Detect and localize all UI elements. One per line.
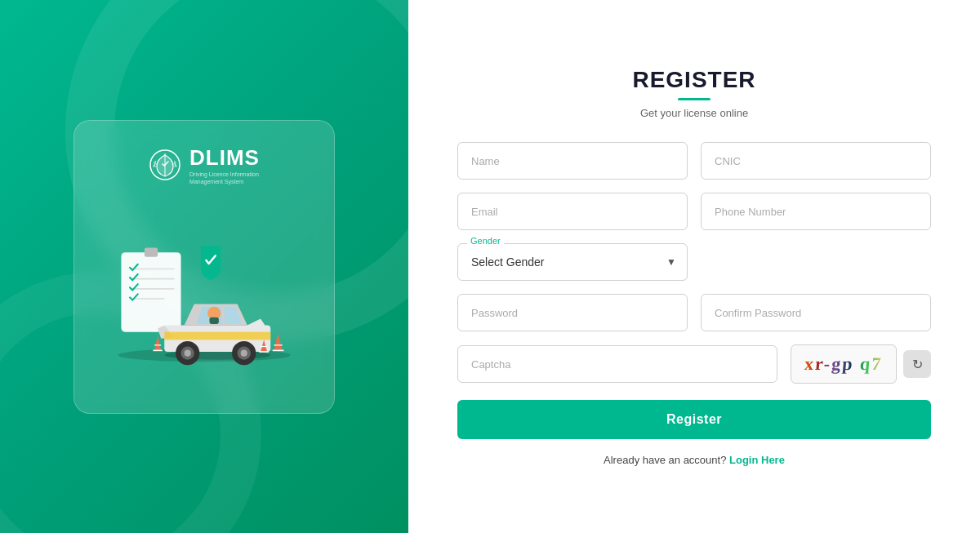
svg-point-16 bbox=[241, 349, 247, 356]
captcha-text: xr-gp q7 bbox=[804, 353, 884, 375]
name-group bbox=[457, 142, 688, 180]
email-input[interactable] bbox=[457, 193, 688, 230]
confirm-password-input[interactable] bbox=[701, 294, 931, 331]
login-link[interactable]: Login Here bbox=[729, 454, 785, 466]
logo-text: DLIMS Driving Licence Information Manage… bbox=[189, 145, 260, 185]
login-prompt-text: Already have an account? bbox=[604, 454, 726, 466]
form-row-2 bbox=[457, 193, 931, 230]
logo-area: DLIMS Driving Licence Information Manage… bbox=[149, 145, 260, 185]
right-panel: REGISTER Get your license online Gender bbox=[408, 0, 980, 533]
password-group bbox=[457, 294, 688, 331]
scene-svg bbox=[98, 209, 310, 389]
captcha-input[interactable] bbox=[457, 345, 777, 383]
email-group bbox=[457, 193, 688, 230]
logo-name: DLIMS bbox=[189, 145, 260, 171]
svg-rect-7 bbox=[145, 247, 158, 256]
svg-marker-22 bbox=[274, 333, 283, 350]
left-panel: DLIMS Driving Licence Information Manage… bbox=[0, 0, 408, 533]
brand-card: DLIMS Driving Licence Information Manage… bbox=[74, 120, 335, 414]
cnic-input[interactable] bbox=[701, 142, 931, 180]
subtitle: Get your license online bbox=[640, 107, 748, 119]
register-button[interactable]: Register bbox=[457, 400, 931, 439]
phone-group bbox=[701, 193, 931, 230]
page-title: REGISTER bbox=[632, 67, 755, 93]
refresh-captcha-button[interactable]: ↻ bbox=[903, 350, 931, 378]
captcha-box: xr-gp q7 bbox=[791, 344, 897, 384]
form-row-3 bbox=[457, 294, 931, 331]
password-input[interactable] bbox=[457, 294, 688, 331]
confirm-password-group bbox=[701, 294, 931, 331]
captcha-image-wrap: xr-gp q7 ↻ bbox=[791, 344, 931, 384]
cnic-group bbox=[701, 142, 931, 180]
form-row-1 bbox=[457, 142, 931, 180]
svg-point-13 bbox=[185, 349, 191, 356]
register-form: Gender Select Gender Male Female Other ▼ bbox=[457, 142, 931, 466]
gender-select[interactable]: Select Gender Male Female Other bbox=[457, 243, 688, 281]
dlims-logo-icon bbox=[149, 149, 181, 181]
gender-label: Gender bbox=[467, 236, 504, 246]
phone-input[interactable] bbox=[701, 193, 931, 230]
captcha-row: xr-gp q7 ↻ bbox=[457, 344, 931, 384]
gender-group: Gender Select Gender Male Female Other ▼ bbox=[457, 243, 688, 281]
car-illustration bbox=[98, 209, 310, 389]
title-underline bbox=[678, 98, 710, 100]
name-input[interactable] bbox=[457, 142, 688, 180]
refresh-icon: ↻ bbox=[912, 357, 923, 372]
logo-subtitle: Driving Licence Information Management S… bbox=[189, 171, 260, 185]
svg-marker-19 bbox=[154, 335, 161, 350]
svg-rect-2 bbox=[121, 252, 180, 332]
login-prompt: Already have an account? Login Here bbox=[457, 454, 931, 466]
svg-rect-10 bbox=[164, 331, 270, 340]
svg-rect-18 bbox=[210, 317, 219, 323]
captcha-input-wrap bbox=[457, 345, 777, 383]
